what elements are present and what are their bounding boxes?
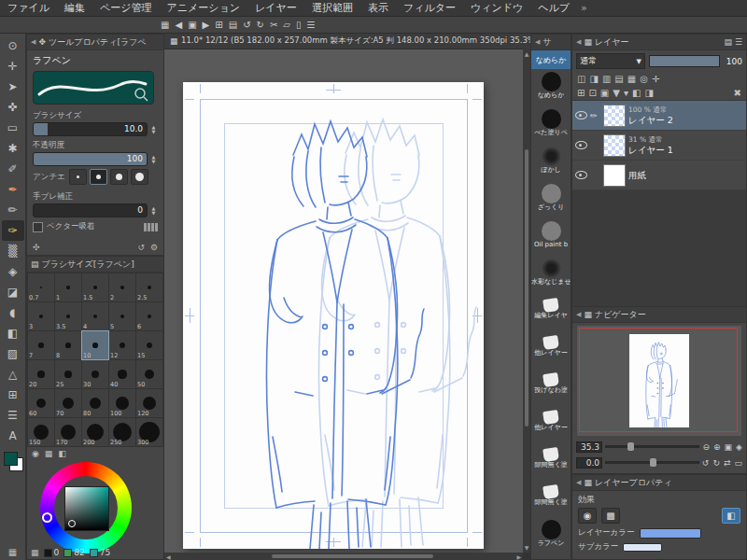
subtool-item-2[interactable]: べた塗りペ (531, 106, 571, 144)
layer-visibility-icon[interactable] (575, 111, 587, 119)
layer-thumbnail[interactable] (603, 164, 626, 187)
brush-size-150[interactable]: 150 (28, 418, 54, 446)
brush-size-8[interactable]: 8 (55, 331, 81, 359)
blend-mode-select[interactable]: 通常 ▼ (576, 53, 645, 69)
color-set-tab-icon[interactable]: ▦ (45, 449, 53, 458)
prev-page-icon[interactable]: ◀ (175, 20, 182, 30)
subtool-item-8[interactable]: 他レイヤー (531, 330, 571, 368)
subtool-item-9[interactable]: 投げなわ塗 (531, 368, 571, 405)
color-grid-icon[interactable]: ▦ (31, 548, 39, 557)
lock-layer-icon[interactable]: ▤ (614, 74, 623, 84)
navigator-view-frame[interactable] (579, 328, 738, 432)
save-icon[interactable]: ▤ (229, 20, 237, 30)
scroll-right-icon[interactable]: ▶ (516, 553, 521, 560)
create-layer-mask-icon[interactable]: ◧ (632, 88, 641, 98)
enable-mask-icon[interactable]: ◎ (640, 74, 648, 84)
menu-item-0[interactable]: ファイル (0, 1, 57, 15)
drawing-page[interactable] (183, 82, 484, 549)
brush-size-30[interactable]: 30 (82, 360, 108, 388)
next-page-icon[interactable]: ▶ (203, 20, 210, 30)
layer-row-0[interactable]: ✏100 % 通常レイヤー 2 (572, 101, 746, 131)
color-mixer-tab-icon[interactable]: ◧ (58, 449, 66, 458)
subtool-item-5[interactable]: Oil paint b (531, 218, 571, 256)
rotate-left-icon[interactable]: ↺ (702, 458, 710, 468)
palette-dock-icon[interactable]: ▦ (8, 547, 17, 557)
anti-alias-option-0[interactable] (69, 169, 87, 185)
hue-indicator[interactable] (42, 512, 52, 523)
workspace-grid-icon[interactable]: ▦ (161, 20, 169, 30)
h-scroll-thumb[interactable] (272, 554, 433, 558)
menu-item-5[interactable]: 選択範囲 (304, 1, 360, 15)
layer-thumbnail[interactable] (603, 105, 626, 127)
register-settings-icon[interactable]: ✣ (33, 243, 40, 252)
brush-size-6[interactable]: 6 (136, 302, 162, 330)
brush-size-15[interactable]: 15 (136, 331, 162, 359)
color-swatches[interactable] (4, 452, 22, 472)
new-canvas-icon[interactable]: ⊞ (215, 20, 222, 30)
color-wheel-tab-icon[interactable]: ◉ (32, 449, 39, 458)
tool-settings-icon[interactable]: ⚙ (150, 243, 158, 252)
brush-size-200[interactable]: 200 (82, 418, 108, 446)
brush-size-25[interactable]: 25 (55, 360, 81, 388)
actual-size-icon[interactable]: ◈ (736, 442, 742, 452)
tool-airbrush[interactable]: ▒ (2, 241, 24, 261)
menu-item-2[interactable]: ページ管理 (92, 1, 160, 15)
tool-figure[interactable]: △ (2, 364, 24, 385)
tool-pencil[interactable]: ✏ (2, 200, 24, 220)
subtool-item-13[interactable]: ラフペン (531, 517, 571, 554)
navigator-preview[interactable] (577, 326, 741, 436)
tool-layer-move[interactable]: ✜ (2, 97, 24, 118)
layer-visibility-icon[interactable] (575, 141, 587, 149)
tool-frame[interactable]: ⊞ (2, 385, 24, 405)
brush-size-stepper[interactable]: ▲▼ (149, 125, 158, 134)
rotate-right-icon[interactable]: ↻ (712, 458, 720, 468)
layer-thumbnail[interactable] (603, 134, 626, 157)
brush-size-70[interactable]: 70 (55, 389, 81, 417)
brush-size-300[interactable]: 300 (136, 418, 162, 446)
grid-toggle-icon[interactable]: ☰ (307, 20, 316, 30)
tool-fill[interactable]: ◧ (2, 323, 24, 343)
collapse-icon[interactable]: ◀ (576, 479, 581, 486)
draft-layer-icon[interactable]: ▥ (602, 74, 611, 84)
brush-size-100[interactable]: 100 (109, 389, 135, 417)
horizontal-scrollbar[interactable]: ◀ ▶ (164, 553, 523, 560)
vector-snap-checkbox[interactable] (33, 222, 43, 232)
tool-decoration[interactable]: ◈ (2, 261, 24, 282)
brush-size-5[interactable]: 5 (109, 302, 135, 330)
navigator-rotation-value[interactable]: 0.0 (576, 457, 602, 469)
new-vector-layer-icon[interactable]: ⊡ (588, 88, 596, 98)
tool-zoom[interactable]: ⊙ (2, 35, 24, 56)
tool-brush[interactable]: ✑ (2, 220, 24, 241)
subtool-item-12[interactable]: 隙間無く塗 (531, 480, 571, 517)
document-titlebar[interactable]: ▦ 11.0* 12/12 (B5 182.00 x 257.00mm 製本サイ… (164, 34, 530, 49)
zoom-out-icon[interactable]: ⊖ (702, 442, 710, 452)
page-thumbnail-icon[interactable]: ▣ (188, 20, 196, 30)
subtool-item-11[interactable]: 隙間無く塗 (531, 442, 571, 480)
tool-text[interactable]: A (2, 426, 24, 446)
stabilization-slider[interactable]: 0 (33, 203, 148, 217)
menu-overflow-icon[interactable]: » (581, 2, 587, 14)
collapse-icon[interactable]: ◀ (31, 38, 35, 46)
layer-opacity-slider[interactable] (649, 55, 720, 67)
copy-icon[interactable]: ▱ (283, 20, 290, 30)
flip-horizontal-icon[interactable]: ⇄ (724, 458, 731, 468)
navigator-zoom-slider[interactable] (605, 445, 699, 448)
brush-size-2-5[interactable]: 2.5 (136, 273, 162, 301)
collapse-icon[interactable]: ◀ (576, 311, 581, 318)
brush-size-250[interactable]: 250 (109, 418, 135, 446)
stabilization-stepper[interactable]: ▲▼ (149, 206, 158, 216)
menu-item-9[interactable]: ヘルプ (530, 1, 577, 15)
panel-menu-icon[interactable]: ☰ (735, 37, 742, 47)
subtool-item-10[interactable]: 他レイヤー (531, 405, 571, 442)
border-effect-button[interactable]: ◉ (578, 508, 597, 524)
tool-eraser[interactable]: ◪ (2, 282, 24, 302)
tone-effect-button[interactable]: ▩ (601, 508, 620, 524)
tool-blend[interactable]: ◖ (2, 302, 24, 323)
menu-item-6[interactable]: 表示 (360, 1, 396, 15)
brush-size-3-5[interactable]: 3.5 (55, 302, 81, 330)
tool-operation[interactable]: ➤ (2, 77, 24, 97)
layer-color-swatch[interactable] (640, 528, 701, 539)
brush-size-12[interactable]: 12 (109, 331, 135, 359)
set-ruler-icon[interactable]: ✛ (652, 74, 659, 84)
navigator-zoom-value[interactable]: 35.3 (576, 441, 602, 453)
